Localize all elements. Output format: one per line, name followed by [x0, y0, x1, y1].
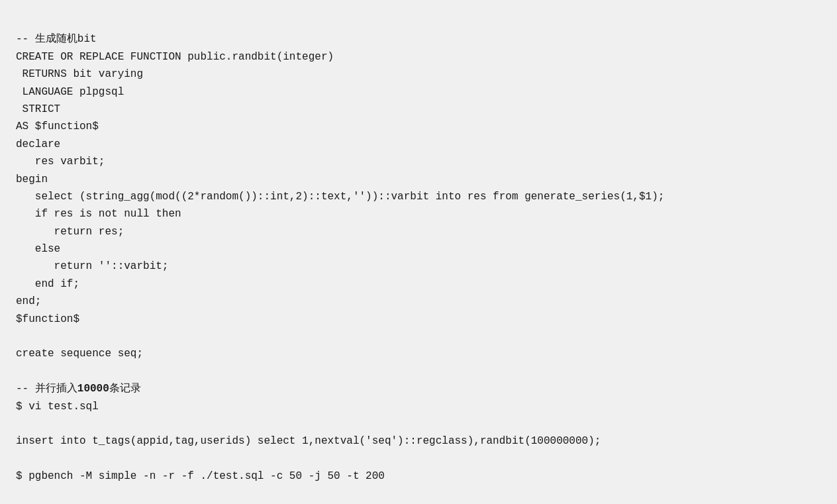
bold-number: 10000 [77, 383, 109, 395]
if-line: if res is not null then [16, 208, 181, 220]
comment-parallel-insert: -- 并行插入10000条记录 [16, 383, 141, 395]
function-end-line: $function$ [16, 313, 79, 325]
select-line: select (string_agg(mod((2*random())::int… [16, 191, 664, 203]
create-sequence-line: create sequence seq; [16, 348, 143, 360]
res-varbit-line: res varbit; [16, 156, 105, 168]
create-function-line: CREATE OR REPLACE FUNCTION public.randbi… [16, 51, 334, 63]
return-empty-line: return ''::varbit; [16, 260, 168, 272]
end-if-line: end if; [16, 278, 79, 290]
returns-line: RETURNS bit varying [16, 68, 143, 80]
else-line: else [16, 243, 60, 255]
comment-line-1: -- 生成随机bit [16, 33, 97, 45]
end-line: end; [16, 295, 41, 307]
code-display: -- 生成随机bit CREATE OR REPLACE FUNCTION pu… [16, 13, 821, 485]
vi-command-line: $ vi test.sql [16, 401, 99, 413]
return-res-line: return res; [16, 226, 124, 238]
strict-line: STRICT [16, 103, 60, 115]
as-line: AS $function$ [16, 121, 99, 132]
insert-line: insert into t_tags(appid,tag,userids) se… [16, 435, 601, 447]
begin-line: begin [16, 174, 48, 185]
pgbench-line: $ pgbench -M simple -n -r -f ./test.sql … [16, 470, 385, 482]
language-line: LANGUAGE plpgsql [16, 86, 124, 98]
declare-line: declare [16, 138, 60, 150]
